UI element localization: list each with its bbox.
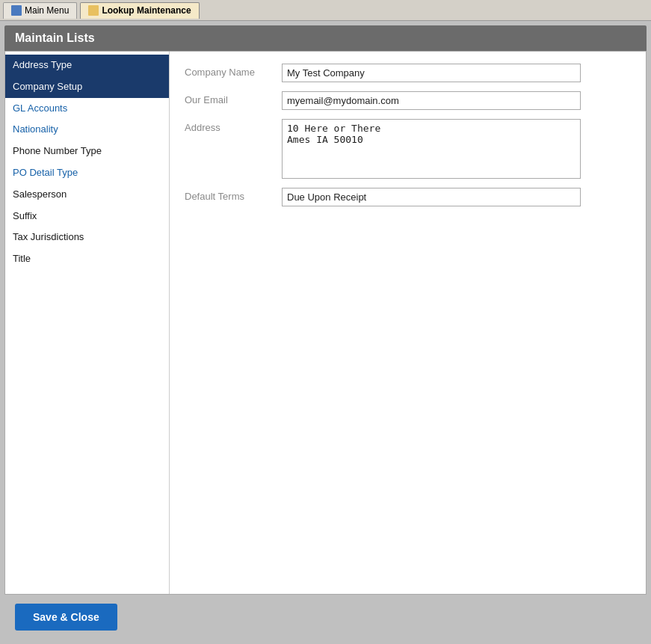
sidebar-item-suffix[interactable]: Suffix <box>5 206 169 227</box>
address-label: Address <box>185 119 282 133</box>
sidebar-item-company-setup[interactable]: Company Setup <box>5 76 169 98</box>
sidebar-item-po-detail-type[interactable]: PO Detail Type <box>5 162 169 184</box>
tab-main-menu[interactable]: Main Menu <box>3 2 77 19</box>
company-name-label: Company Name <box>185 64 282 78</box>
tab-main-menu-label: Main Menu <box>25 5 69 16</box>
company-name-input[interactable] <box>282 64 581 82</box>
sidebar-item-nationality[interactable]: Nationality <box>5 119 169 141</box>
company-name-row: Company Name <box>185 64 631 82</box>
our-email-input[interactable] <box>282 91 581 110</box>
sidebar-item-phone-number-type[interactable]: Phone Number Type <box>5 141 169 162</box>
tab-lookup-maintenance[interactable]: Lookup Maintenance <box>80 2 199 19</box>
form-area: Company Name Our Email Address 10 Here o… <box>170 52 646 594</box>
sidebar-item-tax-jurisdictions[interactable]: Tax Jurisdictions <box>5 227 169 248</box>
lookup-icon <box>88 5 99 16</box>
our-email-row: Our Email <box>185 91 631 110</box>
sidebar-item-gl-accounts[interactable]: GL Accounts <box>5 98 169 120</box>
page-title: Maintain Lists <box>15 31 95 44</box>
page-header: Maintain Lists <box>4 25 647 51</box>
sidebar-item-title[interactable]: Title <box>5 248 169 270</box>
sidebar-item-salesperson[interactable]: Salesperson <box>5 184 169 206</box>
default-terms-row: Default Terms <box>185 188 631 206</box>
content-panel: Address Type Company Setup GL Accounts N… <box>4 51 647 595</box>
default-terms-label: Default Terms <box>185 188 282 202</box>
address-row: Address 10 Here or There Ames IA 50010 <box>185 119 631 179</box>
main-container: Maintain Lists Address Type Company Setu… <box>0 21 651 644</box>
tab-bar: Main Menu Lookup Maintenance <box>0 0 651 21</box>
save-close-button[interactable]: Save & Close <box>15 604 117 631</box>
address-input[interactable]: 10 Here or There Ames IA 50010 <box>282 119 581 179</box>
sidebar: Address Type Company Setup GL Accounts N… <box>5 52 170 594</box>
default-terms-input[interactable] <box>282 188 581 206</box>
main-menu-icon <box>11 5 22 16</box>
sidebar-item-address-type[interactable]: Address Type <box>5 55 169 76</box>
tab-lookup-maintenance-label: Lookup Maintenance <box>102 5 191 16</box>
bottom-bar: Save & Close <box>4 595 647 640</box>
our-email-label: Our Email <box>185 91 282 105</box>
